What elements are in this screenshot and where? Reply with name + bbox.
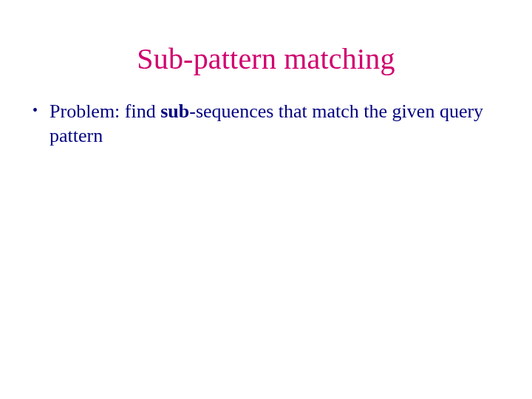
bullet-item: • Problem: find sub-sequences that match…	[30, 100, 510, 148]
slide: Sub-pattern matching • Problem: find sub…	[0, 41, 532, 399]
bullet-prefix: Problem: find	[50, 100, 160, 122]
bullet-text: Problem: find sub-sequences that match t…	[50, 100, 510, 148]
bullet-bold: sub	[160, 100, 189, 122]
slide-title: Sub-pattern matching	[0, 41, 532, 76]
slide-body: • Problem: find sub-sequences that match…	[0, 100, 532, 148]
bullet-dot: •	[33, 101, 38, 120]
